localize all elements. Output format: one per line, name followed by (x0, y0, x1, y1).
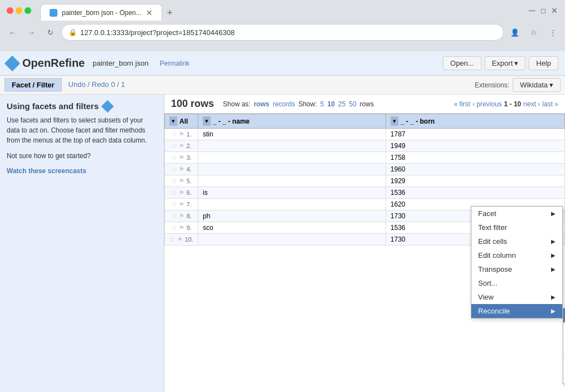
wikidata-button[interactable]: Wikidata ▾ (513, 78, 561, 92)
row-actions-cell: ☆ ⚑ 4. (165, 164, 198, 175)
flag-icon[interactable]: ⚑ (179, 131, 184, 138)
menu-item-view[interactable]: View ▶ (471, 290, 562, 304)
close-window-button[interactable]: ✕ (551, 7, 558, 14)
born-cell: 1960 (386, 164, 564, 175)
first-page-link[interactable]: « first (454, 100, 470, 108)
show-as: Show as: rows records Show: 5 10 25 50 r… (223, 100, 374, 108)
address-bar[interactable]: 127.0.0.1:3333/project?project=185174044… (80, 28, 235, 37)
row-number: 4. (187, 166, 192, 173)
row-number: 9. (187, 224, 192, 231)
flag-icon[interactable]: ⚑ (179, 154, 184, 161)
flag-icon[interactable]: ⚑ (179, 201, 184, 208)
records-link[interactable]: records (272, 100, 295, 108)
permalink-link[interactable]: Permalink (160, 60, 189, 67)
logo-diamond-icon (4, 55, 20, 71)
current-page: 1 - 10 (504, 100, 522, 108)
help-button[interactable]: Help (529, 56, 558, 70)
star-icon[interactable]: ☆ (169, 236, 176, 243)
menu-item-sort[interactable]: Sort... (471, 276, 562, 290)
menu-item-text-filter[interactable]: Text filter (471, 220, 562, 234)
flag-icon[interactable]: ⚑ (179, 178, 184, 184)
bookmark-icon[interactable]: ☆ (526, 24, 542, 40)
submenu-arrow-icon: ▶ (551, 210, 556, 217)
show-25-link[interactable]: 25 (338, 100, 345, 108)
tab-close-button[interactable]: ✕ (146, 8, 153, 17)
star-icon[interactable]: ☆ (171, 189, 177, 197)
rows-link[interactable]: rows (254, 100, 269, 108)
forward-button[interactable]: → (23, 24, 39, 40)
sidebar-title: Using facets and filters (7, 101, 157, 111)
facet-filter-tab[interactable]: Facet / Filter (4, 78, 62, 92)
table-row: ☆ ⚑ 5. 1929 (165, 175, 565, 187)
new-tab-button[interactable]: + (162, 5, 178, 21)
maximize-button[interactable]: ◻ (539, 7, 547, 14)
row-number: 8. (187, 213, 192, 219)
menu-item-edit-cells[interactable]: Edit cells ▶ (471, 234, 562, 248)
submenu-arrow-icon: ▶ (551, 252, 556, 258)
extensions-label: Extensions: (475, 81, 509, 89)
all-column-dropdown[interactable]: ▾ (169, 116, 177, 126)
row-number: 10. (185, 236, 193, 243)
minimize-button[interactable]: ─ (528, 7, 536, 14)
star-icon[interactable]: ☆ (171, 200, 177, 208)
submenu-arrow-icon: ▶ (551, 294, 556, 300)
last-page-link[interactable]: last » (542, 100, 558, 108)
flag-icon[interactable]: ⚑ (177, 236, 183, 243)
show-5-link[interactable]: 5 (320, 100, 324, 108)
row-number: 7. (187, 201, 192, 208)
row-actions-cell: ☆ ⚑ 5. (165, 175, 198, 187)
undo-redo-button[interactable]: Undo / Redo 0 / 1 (62, 78, 132, 92)
submenu-arrow-icon: ▶ (551, 238, 556, 244)
previous-page-link[interactable]: ‹ previous (473, 100, 502, 108)
star-icon[interactable]: ☆ (171, 142, 177, 150)
show-50-link[interactable]: 50 (349, 100, 356, 108)
row-actions-cell: ☆ ⚑ 7. (165, 199, 198, 210)
show-10-link[interactable]: 10 (327, 100, 334, 108)
menu-item-reconcile[interactable]: Reconcile ▶ (471, 304, 562, 318)
browser-tab[interactable]: painter_born json - Open... ✕ (40, 4, 162, 21)
table-row: ☆ ⚑ 3. 1758 (165, 152, 565, 164)
flag-icon[interactable]: ⚑ (179, 143, 184, 149)
name-cell: sco (198, 222, 386, 234)
star-icon[interactable]: ☆ (171, 212, 177, 220)
name-cell: stin (198, 129, 386, 140)
star-icon[interactable]: ☆ (171, 177, 177, 185)
open-button[interactable]: Open... (443, 56, 481, 70)
table-row: ☆ ⚑ 4. 1960 (165, 164, 565, 175)
sidebar-not-sure: Not sure how to get started? (7, 151, 157, 161)
name-column-dropdown[interactable]: ▾ (203, 116, 211, 126)
born-cell: 1929 (386, 175, 564, 187)
screencasts-link[interactable]: Watch these screencasts (7, 167, 86, 175)
row-actions-cell: ☆ ⚑ 1. (165, 129, 198, 140)
star-icon[interactable]: ☆ (171, 165, 177, 173)
row-number: 5. (187, 178, 192, 184)
reload-button[interactable]: ↻ (42, 24, 58, 40)
submenu-arrow-icon: ▶ (551, 266, 556, 272)
flag-icon[interactable]: ⚑ (179, 224, 184, 231)
profile-icon[interactable]: 👤 (507, 24, 523, 40)
column-context-menu: Facet ▶ Text filter Edit cells ▶ Edit co… (471, 206, 563, 318)
name-cell (198, 175, 386, 187)
flag-icon[interactable]: ⚑ (179, 189, 184, 196)
next-page-link[interactable]: next › (523, 100, 540, 108)
star-icon[interactable]: ☆ (171, 130, 177, 138)
export-button[interactable]: Export ▾ (485, 56, 526, 70)
star-icon[interactable]: ☆ (171, 224, 177, 232)
back-button[interactable]: ← (4, 24, 20, 40)
flag-icon[interactable]: ⚑ (179, 213, 184, 219)
menu-item-transpose[interactable]: Transpose ▶ (471, 262, 562, 276)
name-cell (198, 164, 386, 175)
lock-icon: 🔒 (69, 28, 77, 36)
menu-item-facet[interactable]: Facet ▶ (471, 207, 562, 220)
name-cell (198, 234, 386, 246)
tab-title: painter_born json - Open... (62, 9, 142, 17)
menu-item-edit-column[interactable]: Edit column ▶ (471, 248, 562, 262)
row-actions-cell: ☆ ⚑ 10. (165, 234, 198, 246)
star-icon[interactable]: ☆ (171, 154, 177, 161)
extensions-icon[interactable]: ⋮ (545, 24, 561, 40)
header-buttons: Open... Export ▾ Help (443, 56, 558, 70)
born-column-dropdown[interactable]: ▾ (391, 116, 398, 126)
app-name: OpenRefine (22, 57, 85, 70)
flag-icon[interactable]: ⚑ (179, 166, 184, 173)
tab-favicon (50, 9, 57, 17)
